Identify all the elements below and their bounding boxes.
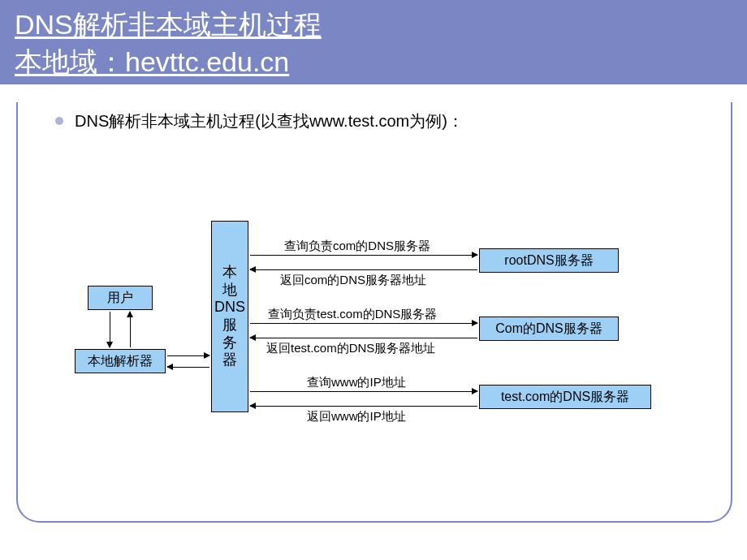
label-r2: 返回test.com的DNS服务器地址 — [266, 341, 435, 356]
label-q1: 查询负责com的DNS服务器 — [284, 239, 430, 254]
bullet-text: DNS解析非本域主机过程(以查找www.test.com为例)： — [75, 110, 464, 132]
arrow-q1 — [250, 255, 477, 256]
arrow-localdns-to-resolver — [167, 367, 209, 368]
local-dns-char-4: 服 — [222, 317, 237, 334]
label-q2: 查询负责test.com的DNS服务器 — [268, 307, 437, 322]
local-dns-char-3: DNS — [214, 299, 245, 317]
title-line-1: DNS解析非本域主机过程 — [15, 6, 732, 44]
local-dns-char-6: 器 — [222, 351, 237, 369]
node-user: 用户 — [88, 286, 153, 310]
arrow-q3 — [250, 391, 477, 392]
node-local-dns: 本 地 DNS 服 务 器 — [211, 221, 248, 412]
arrow-q2 — [250, 323, 477, 324]
slide-header: DNS解析非本域主机过程 本地域：hevttc.edu.cn — [0, 0, 747, 84]
diagram-canvas: 用户 本地解析器 本 地 DNS 服 务 器 rootDNS服务器 Com的DN… — [0, 130, 747, 519]
arrow-r1 — [250, 269, 477, 270]
label-r3: 返回www的IP地址 — [307, 409, 406, 424]
title-line-2: 本地域：hevttc.edu.cn — [15, 44, 732, 81]
arrow-user-to-resolver — [110, 312, 110, 347]
node-com-dns: Com的DNS服务器 — [479, 317, 619, 341]
arrow-r2 — [250, 338, 477, 338]
arrow-resolver-to-localdns — [167, 355, 209, 356]
local-dns-char-2: 地 — [222, 282, 237, 299]
bullet-row: DNS解析非本域主机过程(以查找www.test.com为例)： — [55, 110, 747, 132]
node-local-resolver: 本地解析器 — [75, 349, 166, 373]
node-test-dns: test.com的DNS服务器 — [479, 385, 651, 409]
arrow-resolver-to-user — [130, 312, 131, 347]
arrow-r3 — [250, 406, 477, 407]
bullet-icon — [55, 117, 63, 125]
node-root-dns: rootDNS服务器 — [479, 248, 619, 273]
local-dns-char-5: 务 — [222, 334, 237, 352]
label-r1: 返回com的DNS服务器地址 — [280, 273, 426, 288]
local-dns-char-1: 本 — [222, 264, 237, 282]
label-q3: 查询www的IP地址 — [307, 375, 406, 390]
